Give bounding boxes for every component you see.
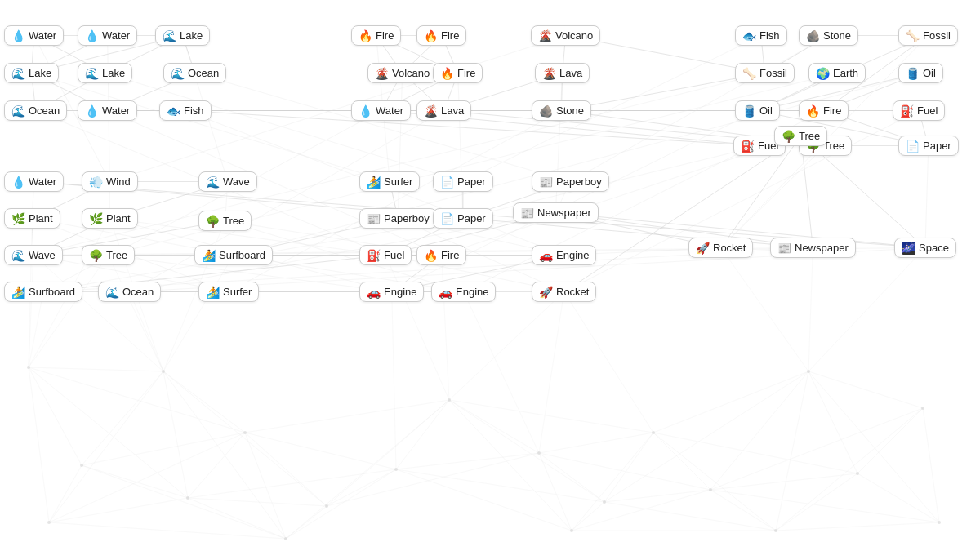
node-paperboy-42[interactable]: 📰Paperboy (359, 208, 437, 229)
node-fish-6[interactable]: 🐟Fish (735, 25, 787, 46)
node-fish-20[interactable]: 🐟Fish (159, 100, 212, 121)
node-tree-46[interactable]: 🌳Tree (82, 245, 135, 265)
svg-line-236 (109, 256, 163, 372)
svg-line-162 (82, 371, 163, 465)
water-icon: 💧 (11, 30, 25, 42)
svg-point-154 (774, 529, 777, 532)
node-newspaper-37[interactable]: 📰Newspaper (770, 238, 856, 258)
rocket-icon: 🚀 (539, 287, 553, 298)
node-lake-9[interactable]: 🌊Lake (4, 63, 59, 83)
node-fossil-15[interactable]: 🦴Fossil (735, 63, 795, 83)
node-surfer-53[interactable]: 🏄Surfer (198, 282, 259, 302)
svg-line-195 (710, 371, 808, 490)
node-rocket-56[interactable]: 🚀Rocket (532, 282, 596, 302)
node-label: Surfer (223, 286, 252, 298)
node-stone-7[interactable]: 🪨Stone (799, 25, 858, 46)
node-oil-17[interactable]: 🛢️Oil (898, 63, 943, 83)
fire-icon: 🔥 (424, 250, 438, 261)
node-rocket-36[interactable]: 🚀Rocket (688, 238, 753, 258)
node-paper-34[interactable]: 📄Paper (433, 171, 493, 192)
node-fossil-8[interactable]: 🦴Fossil (898, 25, 958, 46)
node-earth-16[interactable]: 🌍Earth (808, 63, 866, 83)
node-water-0[interactable]: 💧Water (4, 25, 64, 46)
node-fire-49[interactable]: 🔥Fire (416, 245, 466, 265)
node-stone-23[interactable]: 🪨Stone (532, 100, 591, 121)
earth-icon: 🌍 (816, 68, 830, 79)
svg-line-200 (858, 473, 939, 522)
node-engine-50[interactable]: 🚗Engine (532, 245, 596, 265)
node-water-21[interactable]: 💧Water (351, 100, 411, 121)
wind-icon: 💨 (89, 176, 103, 188)
node-fuel-26[interactable]: ⛽Fuel (893, 100, 945, 121)
svg-line-209 (604, 502, 776, 531)
node-ocean-11[interactable]: 🌊Ocean (163, 63, 226, 83)
node-label: Fossil (923, 29, 951, 42)
node-tree-57[interactable]: 🌳Tree (774, 126, 827, 146)
node-paperboy-35[interactable]: 📰Paperboy (532, 171, 609, 192)
node-fuel-48[interactable]: ⛽Fuel (359, 245, 412, 265)
node-label: Paper (457, 212, 486, 224)
node-ocean-52[interactable]: 🌊Ocean (98, 282, 161, 302)
svg-point-143 (325, 504, 328, 508)
svg-line-221 (49, 498, 188, 522)
node-surfboard-47[interactable]: 🏄Surfboard (194, 245, 273, 265)
node-tree-41[interactable]: 🌳Tree (198, 211, 252, 231)
node-plant-39[interactable]: 🌿Plant (4, 208, 60, 229)
svg-line-214 (449, 400, 572, 531)
svg-line-217 (572, 490, 710, 531)
node-ocean-18[interactable]: 🌊Ocean (4, 100, 67, 121)
svg-line-215 (710, 473, 858, 490)
node-lake-2[interactable]: 🌊Lake (155, 25, 210, 46)
node-water-30[interactable]: 💧Water (4, 171, 64, 192)
fuel-icon: ⛽ (741, 140, 755, 152)
svg-line-243 (464, 292, 539, 454)
node-label: Fossil (760, 67, 787, 79)
node-fire-4[interactable]: 🔥Fire (416, 25, 466, 46)
node-label: Surfboard (29, 286, 75, 298)
node-volcano-12[interactable]: 🌋Volcano (368, 63, 437, 83)
svg-line-192 (653, 433, 776, 531)
node-water-1[interactable]: 💧Water (78, 25, 137, 46)
node-surfer-33[interactable]: 🏄Surfer (359, 171, 420, 192)
node-fire-3[interactable]: 🔥Fire (351, 25, 401, 46)
surfboard-icon: 🏄 (11, 287, 25, 298)
svg-line-75 (564, 136, 801, 292)
node-newspaper-44[interactable]: 📰Newspaper (513, 202, 599, 223)
node-label: Tree (223, 215, 244, 227)
svg-line-88 (105, 73, 463, 182)
node-water-19[interactable]: 💧Water (78, 100, 137, 121)
node-wind-31[interactable]: 💨Wind (82, 171, 138, 192)
node-wave-32[interactable]: 🌊Wave (198, 171, 257, 192)
svg-line-157 (29, 367, 82, 465)
svg-line-91 (458, 73, 463, 219)
node-lake-10[interactable]: 🌊Lake (78, 63, 132, 83)
node-engine-55[interactable]: 🚗Engine (431, 282, 496, 302)
fire-icon: 🔥 (359, 30, 372, 42)
node-space-38[interactable]: 🌌Space (894, 238, 956, 258)
node-wave-45[interactable]: 🌊Wave (4, 245, 63, 265)
svg-line-167 (245, 433, 327, 506)
node-engine-54[interactable]: 🚗Engine (359, 282, 424, 302)
node-surfboard-51[interactable]: 🏄Surfboard (4, 282, 82, 302)
node-label: Ocean (29, 104, 60, 117)
node-label: Paper (923, 140, 951, 152)
fire-icon: 🔥 (424, 30, 438, 42)
tree-icon: 🌳 (206, 216, 220, 227)
node-paper-43[interactable]: 📄Paper (433, 208, 493, 229)
svg-line-187 (604, 433, 653, 502)
node-fire-13[interactable]: 🔥Fire (433, 63, 483, 83)
svg-line-197 (808, 371, 923, 408)
node-lava-14[interactable]: 🌋Lava (535, 63, 590, 83)
node-lava-22[interactable]: 🌋Lava (416, 100, 471, 121)
svg-point-150 (921, 407, 924, 410)
node-label: Tree (106, 249, 127, 261)
node-label: Lava (559, 67, 582, 79)
node-fire-25[interactable]: 🔥Fire (799, 100, 849, 121)
node-label: Engine (384, 286, 416, 298)
node-plant-40[interactable]: 🌿Plant (82, 208, 138, 229)
node-oil-24[interactable]: 🛢️Oil (735, 100, 780, 121)
node-volcano-5[interactable]: 🌋Volcano (531, 25, 600, 46)
node-label: Rocket (713, 242, 746, 254)
svg-line-186 (653, 371, 808, 433)
node-paper-29[interactable]: 📄Paper (898, 136, 959, 156)
